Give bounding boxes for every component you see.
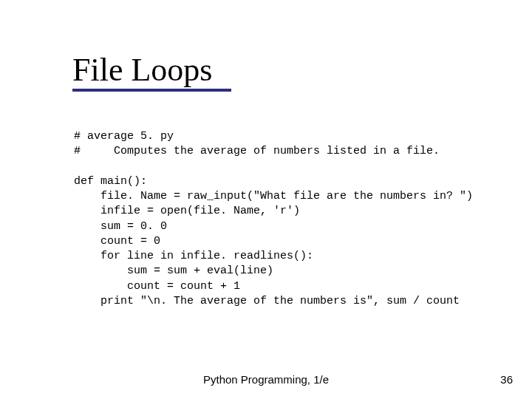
slide-title: File Loops: [72, 53, 231, 87]
code-block: # average 5. py # Computes the average o…: [74, 129, 488, 309]
slide-number: 36: [500, 373, 513, 386]
title-block: File Loops: [72, 53, 231, 92]
slide: File Loops # average 5. py # Computes th…: [0, 0, 532, 399]
title-underline: [72, 89, 231, 92]
footer-text: Python Programming, 1/e: [0, 373, 532, 386]
